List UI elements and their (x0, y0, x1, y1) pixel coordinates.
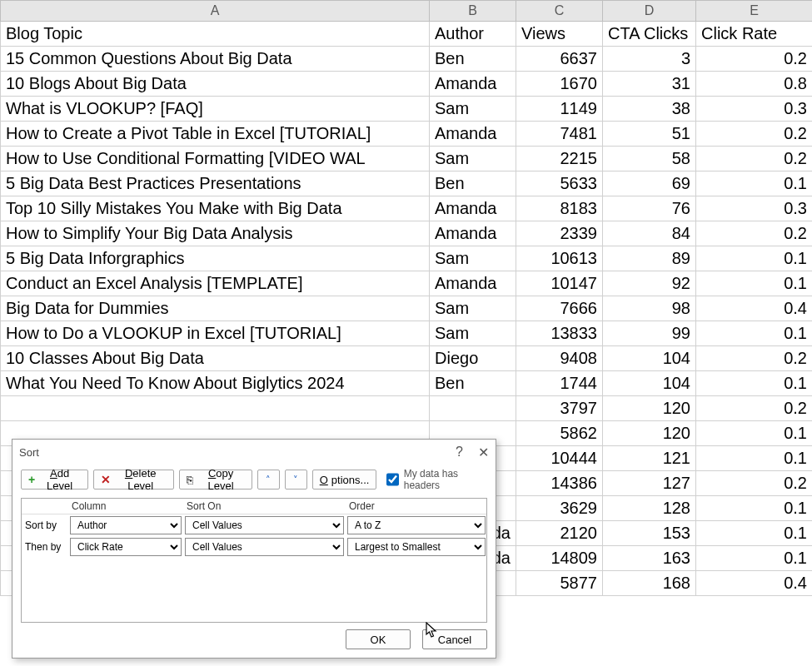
cell[interactable]: Conduct an Excel Analysis [TEMPLATE] (1, 271, 430, 296)
header-author[interactable]: Author (430, 22, 516, 47)
help-icon[interactable]: ? (456, 445, 463, 460)
cell[interactable]: 69 (603, 171, 696, 196)
cell[interactable]: 7481 (516, 122, 603, 147)
cell[interactable]: 84 (603, 221, 696, 246)
header-topic[interactable]: Blog Topic (1, 22, 430, 47)
header-cta[interactable]: CTA Clicks (603, 22, 696, 47)
sort-column-select-2[interactable]: Click Rate (70, 538, 182, 556)
sort-order-select-1[interactable]: A to Z (347, 516, 486, 534)
cell[interactable]: Sam (430, 296, 516, 321)
cell[interactable]: 10613 (516, 246, 603, 271)
cell[interactable]: Amanda (430, 271, 516, 296)
cell[interactable]: 0.2 (696, 221, 813, 246)
column-header-c[interactable]: C (516, 1, 603, 22)
cell[interactable]: 3797 (516, 396, 603, 421)
cell[interactable]: 104 (603, 346, 696, 371)
move-up-button[interactable]: ˄ (257, 470, 280, 490)
cell[interactable]: 104 (603, 371, 696, 396)
cell[interactable]: 2120 (516, 521, 603, 546)
sort-order-select-2[interactable]: Largest to Smallest (347, 538, 486, 556)
cell[interactable]: How to Do a VLOOKUP in Excel [TUTORIAL] (1, 321, 430, 346)
cell[interactable]: 13833 (516, 321, 603, 346)
cell[interactable]: How to Create a Pivot Table in Excel [TU… (1, 122, 430, 147)
cell[interactable]: 2339 (516, 221, 603, 246)
cell[interactable]: 0.1 (696, 271, 813, 296)
cell[interactable]: 153 (603, 521, 696, 546)
cell[interactable]: 9408 (516, 346, 603, 371)
cell[interactable]: 31 (603, 72, 696, 97)
cell[interactable]: 0.1 (696, 546, 813, 571)
cell[interactable]: 3629 (516, 496, 603, 521)
cell[interactable]: 5 Big Data Best Practices Presentations (1, 171, 430, 196)
cell[interactable]: 0.4 (696, 296, 813, 321)
cell[interactable]: 76 (603, 196, 696, 221)
cell[interactable]: Diego (430, 346, 516, 371)
cell[interactable]: 0.1 (696, 171, 813, 196)
cell[interactable]: 8183 (516, 196, 603, 221)
cell[interactable]: 0.1 (696, 371, 813, 396)
cell[interactable]: Sam (430, 97, 516, 122)
cell[interactable]: 0.8 (696, 72, 813, 97)
cell[interactable]: 0.4 (696, 571, 813, 596)
cell[interactable]: 0.1 (696, 446, 813, 471)
cell[interactable]: How to Simplify Your Big Data Analysis (1, 221, 430, 246)
cell[interactable]: Amanda (430, 221, 516, 246)
cell[interactable]: 127 (603, 471, 696, 496)
cell[interactable]: What is VLOOKUP? [FAQ] (1, 97, 430, 122)
options-button[interactable]: Options... (312, 470, 377, 490)
header-rate[interactable]: Click Rate (696, 22, 813, 47)
cell[interactable]: 120 (603, 396, 696, 421)
cell[interactable]: How to Use Conditional Formatting [VIDEO… (1, 147, 430, 171)
sort-on-select-1[interactable]: Cell Values (185, 516, 344, 534)
cancel-button[interactable]: Cancel (422, 629, 487, 649)
cell[interactable]: Sam (430, 246, 516, 271)
cell[interactable]: 0.2 (696, 396, 813, 421)
cell[interactable]: 5862 (516, 421, 603, 446)
cell[interactable]: 0.2 (696, 147, 813, 171)
header-views[interactable]: Views (516, 22, 603, 47)
cell[interactable]: Amanda (430, 72, 516, 97)
cell[interactable]: 89 (603, 246, 696, 271)
cell[interactable]: Sam (430, 321, 516, 346)
cell[interactable]: 5633 (516, 171, 603, 196)
cell[interactable]: 0.1 (696, 321, 813, 346)
move-down-button[interactable]: ˅ (285, 470, 307, 490)
cell[interactable]: Big Data for Dummies (1, 296, 430, 321)
cell[interactable]: Amanda (430, 196, 516, 221)
cell[interactable]: Top 10 Silly Mistakes You Make with Big … (1, 196, 430, 221)
cell[interactable]: 0.1 (696, 521, 813, 546)
column-header-d[interactable]: D (603, 1, 696, 22)
cell[interactable]: 0.1 (696, 421, 813, 446)
cell[interactable]: What You Need To Know About Biglytics 20… (1, 371, 430, 396)
cell[interactable]: 14386 (516, 471, 603, 496)
cell[interactable]: 2215 (516, 147, 603, 171)
cell[interactable]: 58 (603, 147, 696, 171)
cell[interactable]: 7666 (516, 296, 603, 321)
cell[interactable]: 14809 (516, 546, 603, 571)
cell[interactable]: Amanda (430, 122, 516, 147)
cell[interactable]: 163 (603, 546, 696, 571)
cell[interactable]: 5 Big Data Inforgraphics (1, 246, 430, 271)
cell[interactable]: 38 (603, 97, 696, 122)
column-header-b[interactable]: B (430, 1, 516, 22)
cell[interactable]: 0.1 (696, 246, 813, 271)
delete-level-button[interactable]: ✕ Delete Level (93, 470, 174, 490)
cell[interactable]: 6637 (516, 47, 603, 72)
cell[interactable]: 168 (603, 571, 696, 596)
cell[interactable]: 98 (603, 296, 696, 321)
copy-level-button[interactable]: ⎘ Copy Level (179, 470, 252, 490)
cell[interactable]: 99 (603, 321, 696, 346)
ok-button[interactable]: OK (346, 629, 411, 649)
dialog-title-bar[interactable]: Sort ? ✕ (12, 440, 496, 465)
cell[interactable]: 3 (603, 47, 696, 72)
cell[interactable]: Sam (430, 147, 516, 171)
cell[interactable]: 1744 (516, 371, 603, 396)
cell[interactable]: 10147 (516, 271, 603, 296)
column-header-a[interactable]: A (1, 1, 430, 22)
cell[interactable]: 92 (603, 271, 696, 296)
close-icon[interactable]: ✕ (478, 445, 489, 460)
cell[interactable]: 0.3 (696, 97, 813, 122)
cell[interactable]: 10 Blogs About Big Data (1, 72, 430, 97)
cell[interactable]: Ben (430, 47, 516, 72)
cell[interactable]: 51 (603, 122, 696, 147)
